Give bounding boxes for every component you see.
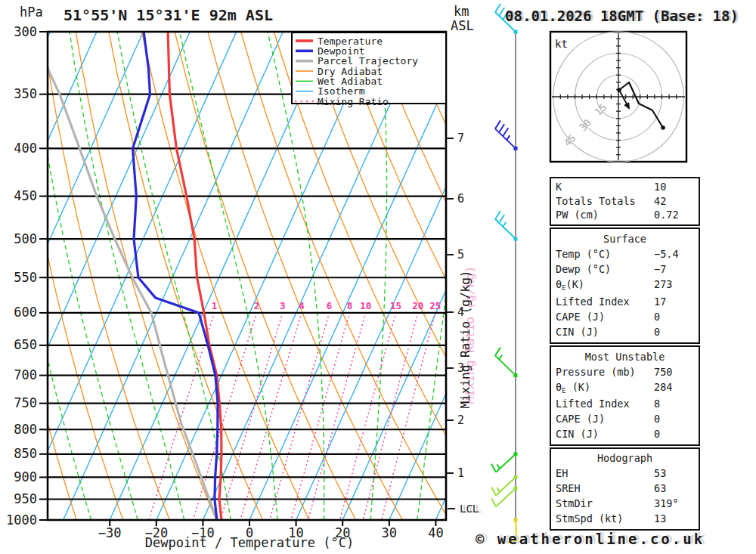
wind-barb-dot bbox=[514, 487, 518, 491]
hodograph: 153045kt bbox=[550, 32, 686, 162]
stat-value: 8 bbox=[654, 399, 660, 410]
wind-barb-dot bbox=[514, 237, 518, 241]
pressure-tick-label: 400 bbox=[14, 141, 37, 156]
stat-label: Dewp (°C) bbox=[556, 263, 611, 275]
pressure-tick-label: 450 bbox=[14, 188, 37, 203]
wind-barb-dot bbox=[514, 30, 518, 34]
wind-barb-half-tick bbox=[497, 464, 500, 469]
stats-table: SurfaceTemp (°C)−5.4Dewp (°C)−7θE(K)273L… bbox=[550, 227, 700, 344]
stat-value: −7 bbox=[654, 265, 666, 275]
wind-barb-tick bbox=[491, 464, 496, 472]
wind-barb-tick bbox=[491, 498, 496, 506]
stat-value: 0 bbox=[654, 312, 660, 323]
altitude-axis-unit-km: km bbox=[454, 4, 469, 19]
pressure-tick-label: 300 bbox=[14, 24, 37, 39]
wind-barb-stem bbox=[496, 477, 516, 495]
wind-barb-stem bbox=[496, 454, 516, 472]
sounding-page: 1234681015202530035040045050055060065070… bbox=[0, 0, 756, 554]
isotherm bbox=[203, 32, 423, 520]
wind-barb-half-tick bbox=[507, 135, 510, 140]
stat-label: θE(K) bbox=[556, 278, 584, 290]
stat-value: 0 bbox=[654, 429, 660, 440]
pressure-tick-label: 900 bbox=[14, 469, 37, 484]
wind-barb-dot bbox=[514, 518, 518, 522]
wet-adiabat bbox=[29, 32, 138, 520]
mixing-ratio-value-label: 10 bbox=[360, 300, 371, 311]
hodograph-trace-dot bbox=[661, 125, 665, 130]
stat-row: CIN (J)0 bbox=[551, 327, 699, 338]
temperature-tick-label: 40 bbox=[428, 525, 443, 540]
stat-label: CIN (J) bbox=[556, 428, 599, 440]
km-tick-label: 7 bbox=[457, 132, 464, 145]
stat-row: StmSpd (kt)13 bbox=[551, 514, 699, 525]
stat-row: Temp (°C)−5.4 bbox=[551, 249, 699, 260]
mixing-ratio-line bbox=[340, 313, 396, 520]
wind-barb-tick bbox=[499, 124, 504, 132]
mixing-ratio-value-label: 4 bbox=[299, 300, 305, 311]
mixing-ratio-value-label: 15 bbox=[390, 300, 401, 311]
altitude-axis-unit-asl: ASL bbox=[451, 18, 474, 33]
wind-barb-half-tick bbox=[497, 487, 500, 492]
stat-value: 750 bbox=[654, 367, 672, 378]
wet-adiabat bbox=[268, 32, 324, 520]
wind-barb bbox=[495, 120, 518, 150]
wet-adiabat bbox=[117, 32, 231, 520]
stat-value: 284 bbox=[654, 382, 672, 393]
pressure-tick-label: 950 bbox=[14, 491, 37, 506]
pressure-tick-label: 500 bbox=[14, 231, 37, 246]
stat-row: Totals Totals42 bbox=[551, 197, 699, 207]
stat-label: StmSpd (kt) bbox=[556, 512, 623, 525]
copyright: © weatheronline.co.uk bbox=[460, 531, 720, 547]
run-title: 08.01.2026 18GMT (Base: 18) bbox=[495, 8, 748, 24]
wind-barb-dot bbox=[514, 373, 518, 377]
stats-table-header: Most Unstable bbox=[551, 352, 699, 363]
wind-barb-tick bbox=[491, 487, 496, 495]
stat-row: StmDir319° bbox=[551, 499, 699, 509]
wind-barb-dot bbox=[514, 475, 518, 479]
wind-barb-tick bbox=[499, 215, 504, 223]
mixing-ratio-lines: 12346810152025 bbox=[149, 300, 441, 520]
station-title: 51°55'N 15°31'E 92m ASL bbox=[38, 6, 299, 24]
stat-value: 53 bbox=[654, 469, 666, 479]
stat-row: Lifted Index17 bbox=[551, 297, 699, 308]
mixing-ratio-line bbox=[221, 313, 283, 520]
km-tick-label: 6 bbox=[457, 192, 464, 206]
stat-row: K10 bbox=[551, 182, 699, 193]
stat-label: Temp (°C) bbox=[556, 248, 611, 260]
isotherm bbox=[17, 32, 237, 520]
mixing-ratio-value-label: 3 bbox=[280, 300, 286, 311]
legend-label: Mixing Ratio bbox=[318, 96, 389, 107]
stat-value: 0.72 bbox=[654, 210, 679, 221]
dewpoint-curve bbox=[133, 32, 218, 520]
mixing-ratio-value-label: 6 bbox=[327, 300, 333, 311]
dry-adiabat bbox=[43, 32, 170, 520]
sounding-curves bbox=[47, 32, 222, 520]
stat-label: Pressure (mb) bbox=[556, 366, 636, 378]
stat-label: CIN (J) bbox=[556, 326, 599, 338]
wind-barb-stem bbox=[495, 356, 516, 376]
stat-row: Pressure (mb)750 bbox=[551, 367, 699, 378]
stat-value: 0 bbox=[654, 327, 660, 338]
pressure-axis: 3003504004505005506006507007508008509009… bbox=[6, 24, 48, 528]
temperature-curve bbox=[168, 32, 222, 520]
pressure-tick-label: 650 bbox=[14, 337, 37, 352]
stat-label: CAPE (J) bbox=[556, 413, 605, 425]
pressure-tick-label: 700 bbox=[14, 367, 37, 382]
stat-label: θE (K) bbox=[556, 381, 590, 393]
wind-barb bbox=[491, 452, 518, 472]
mixing-ratio-value-label: 1 bbox=[212, 300, 218, 311]
stats-table: K10Totals Totals42PW (cm)0.72 bbox=[550, 177, 700, 226]
wind-barb-half-tick bbox=[503, 222, 506, 227]
pressure-tick-label: 800 bbox=[14, 422, 37, 437]
stat-label: StmDir bbox=[556, 497, 593, 509]
pressure-tick-label: 600 bbox=[14, 305, 37, 320]
hodograph-unit-label: kt bbox=[555, 38, 568, 50]
stat-label: PW (cm) bbox=[556, 209, 599, 221]
stat-label: K bbox=[556, 181, 562, 193]
stat-value: 10 bbox=[654, 182, 666, 193]
mixing-ratio-axis-label: Mixing Ratio (g/kg) bbox=[458, 270, 472, 408]
chart-legend: TemperatureDewpointParcel TrajectoryDry … bbox=[292, 32, 446, 107]
wind-barb-tick bbox=[503, 128, 508, 136]
wind-barb-tick bbox=[495, 348, 500, 356]
stats-table: HodographEH53SREH63StmDir319°StmSpd (kt)… bbox=[550, 447, 700, 531]
